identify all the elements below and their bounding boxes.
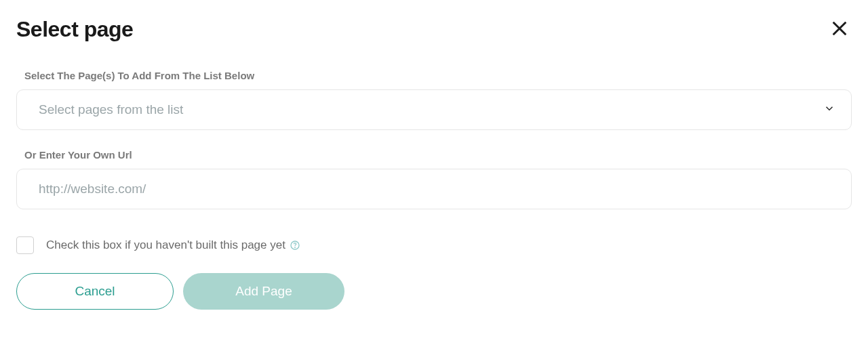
modal-title: Select page bbox=[16, 17, 133, 42]
help-icon[interactable] bbox=[290, 240, 300, 251]
close-button[interactable] bbox=[827, 16, 852, 43]
not-built-checkbox-label: Check this box if you haven't built this… bbox=[46, 238, 300, 252]
page-select-label: Select The Page(s) To Add From The List … bbox=[16, 70, 852, 81]
checkbox-label-text: Check this box if you haven't built this… bbox=[46, 238, 285, 252]
close-icon bbox=[830, 19, 849, 40]
cancel-button[interactable]: Cancel bbox=[16, 273, 174, 310]
page-select[interactable]: Select pages from the list bbox=[16, 89, 852, 130]
add-page-button[interactable]: Add Page bbox=[183, 273, 344, 310]
svg-point-1 bbox=[295, 247, 296, 248]
url-input[interactable] bbox=[16, 169, 852, 209]
url-field-label: Or Enter Your Own Url bbox=[16, 149, 852, 161]
page-select-placeholder: Select pages from the list bbox=[16, 89, 852, 130]
not-built-checkbox[interactable] bbox=[16, 236, 34, 254]
